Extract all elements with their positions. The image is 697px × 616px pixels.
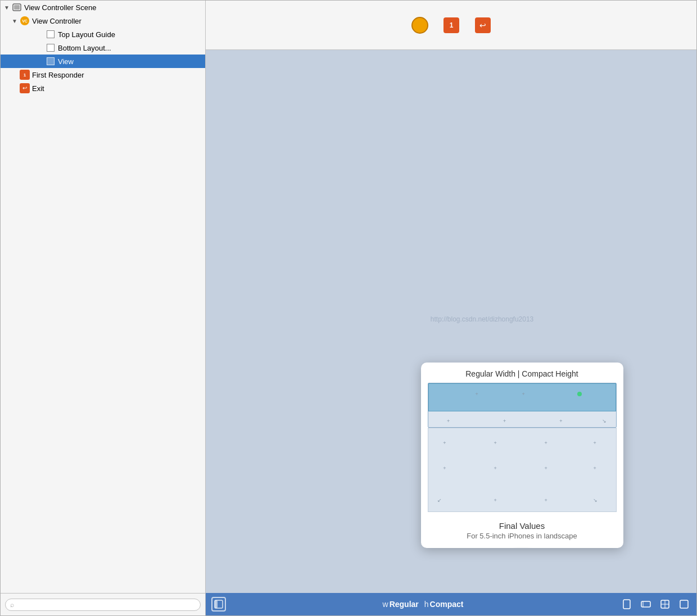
view-icon: [46, 56, 56, 66]
svg-text:↩: ↩: [479, 21, 486, 30]
popup-footer: Final Values For 5.5-inch iPhones in lan…: [421, 515, 623, 548]
grid-c8: +: [593, 466, 596, 471]
outline-item-exit[interactable]: ↩ Exit: [1, 81, 205, 95]
outline-item-first-responder[interactable]: 1 First Responder: [1, 68, 205, 81]
canvas-area: 1 ↩ http://blog.csdn.net/dizhongfu2013 R…: [206, 1, 696, 615]
outline-toggle-icon: [214, 600, 223, 609]
resize-square-icon: [678, 599, 690, 610]
toolbar-orange-cube-btn[interactable]: 1: [441, 15, 461, 35]
canvas-content: http://blog.csdn.net/dizhongfu2013 Regul…: [206, 50, 696, 593]
resize-portrait-btn[interactable]: [620, 597, 633, 611]
cross-2: +: [522, 392, 525, 397]
svg-rect-20: [680, 600, 688, 608]
left-bottom-bar: ⌕: [1, 593, 205, 615]
svg-rect-13: [215, 600, 218, 608]
orange-cube-icon: 1: [443, 17, 459, 33]
outline-item-scene[interactable]: ▼ View Controller Scene: [1, 1, 205, 14]
resize-square-btn[interactable]: [677, 597, 691, 611]
cross-b2: +: [503, 419, 506, 424]
search-icon: ⌕: [10, 601, 14, 609]
outline-area: ▼ View Controller Scene ▼ VC: [1, 1, 205, 593]
bottom-layout-icon: [46, 43, 56, 53]
arrow-exit: [12, 85, 20, 92]
grid-c10: +: [494, 498, 496, 503]
grid-c1: +: [443, 441, 446, 446]
popup-lower-grid: + + + + + + + + ↙ + + ↘: [428, 428, 617, 512]
grid-c9: ↙: [437, 498, 442, 503]
view-controller-icon: VC: [20, 16, 30, 26]
scene-label: View Controller Scene: [24, 3, 96, 12]
grid-c6: +: [494, 466, 496, 471]
first-responder-icon: 1: [20, 70, 30, 80]
w-value[interactable]: Regular: [390, 600, 419, 609]
bottom-layout-label: Bottom Layout...: [58, 44, 111, 52]
exit-outline-icon: ↩: [20, 83, 30, 93]
top-layout-label: Top Layout Guide: [58, 30, 115, 39]
resize-landscape-btn[interactable]: [639, 597, 653, 611]
cross-1: +: [476, 392, 478, 397]
grid-c2: +: [494, 441, 496, 446]
resize-grid-btn[interactable]: [658, 597, 672, 611]
svg-text:1: 1: [24, 73, 26, 78]
cross-b3: +: [559, 419, 562, 424]
grid-c4: +: [593, 441, 596, 446]
svg-rect-1: [14, 5, 20, 10]
arrow-fr: [12, 72, 20, 78]
toolbar-exit-icon: ↩: [475, 17, 491, 33]
w-label: w: [383, 600, 388, 609]
popup-footer-subtitle: For 5.5-inch iPhones in landscape: [426, 532, 619, 540]
view-label: View: [58, 57, 74, 66]
green-dot: [577, 392, 582, 396]
cross-b4: ↘: [602, 419, 607, 424]
arrow-blg: [38, 45, 46, 51]
bottom-right-icons: [620, 597, 691, 611]
popup-title: Regular Width | Compact Height: [421, 363, 623, 383]
arrow-tlg: [38, 31, 46, 38]
arrow-vc: ▼: [12, 18, 20, 24]
scene-icon: [12, 2, 22, 12]
size-class-popup: Regular Width | Compact Height + + + +: [421, 363, 623, 548]
outline-item-view-controller[interactable]: ▼ VC View Controller: [1, 14, 205, 28]
svg-text:VC: VC: [22, 19, 28, 23]
main-container: ▼ View Controller Scene ▼ VC: [0, 0, 697, 616]
svg-text:↩: ↩: [22, 85, 27, 91]
outline-item-bottom-layout[interactable]: Bottom Layout...: [1, 41, 205, 55]
h-label: h: [424, 600, 429, 609]
popup-highlight-band: + +: [428, 383, 616, 411]
search-box[interactable]: ⌕: [5, 599, 201, 611]
grid-c3: +: [545, 441, 547, 446]
resize-portrait-icon: [621, 599, 632, 610]
left-panel: ▼ View Controller Scene ▼ VC: [1, 1, 206, 615]
outline-toggle-btn[interactable]: [211, 597, 226, 612]
resize-grid-icon: [659, 599, 671, 610]
grid-c11: +: [545, 498, 547, 503]
outline-item-view[interactable]: View: [1, 55, 205, 68]
watermark-text: http://blog.csdn.net/dizhongfu2013: [431, 315, 533, 323]
bottom-status-bar: w Regular h Compact: [206, 593, 696, 615]
arrow-view: [38, 58, 46, 65]
svg-rect-15: [641, 601, 650, 607]
grid-c7: +: [545, 466, 547, 471]
toolbar-exit-btn[interactable]: ↩: [473, 15, 493, 35]
popup-inner: + + + + + ↘ + +: [421, 383, 623, 512]
yellow-circle-icon: [411, 17, 428, 34]
outline-item-top-layout[interactable]: Top Layout Guide: [1, 28, 205, 41]
first-responder-label: First Responder: [32, 71, 84, 79]
h-value[interactable]: Compact: [430, 600, 464, 609]
toolbar-yellow-circle-btn[interactable]: [410, 15, 430, 35]
canvas-toolbar: 1 ↩: [206, 1, 696, 50]
arrow-scene: ▼: [4, 4, 12, 11]
resize-landscape-icon: [640, 599, 651, 610]
grid-c12: ↘: [593, 498, 598, 503]
exit-label: Exit: [32, 84, 44, 93]
top-layout-guide-icon: [46, 29, 56, 39]
size-class-display: w Regular h Compact: [383, 600, 464, 609]
svg-text:1: 1: [449, 21, 453, 29]
cross-b1: +: [447, 419, 450, 424]
grid-c5: +: [443, 466, 446, 471]
svg-rect-14: [623, 600, 630, 609]
vc-label: View Controller: [32, 17, 82, 25]
popup-top-section: + + + + + ↘: [428, 383, 617, 428]
popup-footer-title: Final Values: [426, 521, 619, 531]
